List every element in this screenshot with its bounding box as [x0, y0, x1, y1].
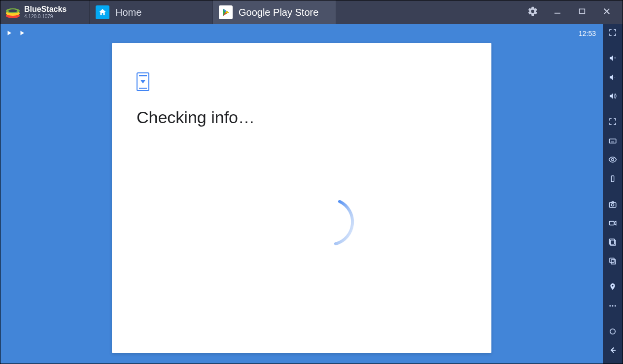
- play-triangle-icon: [6, 30, 12, 37]
- rotate-device-button[interactable]: [605, 172, 621, 187]
- svg-rect-25: [609, 221, 614, 225]
- gallery-icon: [608, 238, 617, 249]
- gear-icon: [527, 6, 538, 19]
- android-status-bar: 12:53: [0, 24, 603, 43]
- eye-button[interactable]: [605, 153, 621, 168]
- copy-icon: [608, 257, 617, 267]
- svg-rect-9: [580, 9, 585, 13]
- screenshot-button[interactable]: [605, 198, 621, 213]
- window-controls: [522, 0, 623, 24]
- svg-point-33: [610, 329, 616, 334]
- play-store-icon: [219, 5, 233, 19]
- install-device-icon: [137, 72, 149, 91]
- expand-button[interactable]: [605, 115, 621, 131]
- maximize-button[interactable]: [571, 0, 593, 24]
- camera-icon: [608, 200, 617, 211]
- video-icon: [608, 219, 617, 230]
- svg-rect-29: [610, 258, 614, 263]
- svg-point-32: [615, 305, 616, 306]
- android-back-button[interactable]: [605, 344, 621, 359]
- svg-text:+: +: [614, 56, 616, 61]
- right-sidebar: + -: [603, 24, 623, 364]
- expand-icon: [608, 117, 617, 128]
- tab-google-play-store[interactable]: Google Play Store: [212, 0, 336, 24]
- gallery-button[interactable]: [605, 235, 621, 251]
- volume-up-button[interactable]: +: [605, 52, 621, 67]
- svg-point-3: [8, 9, 17, 12]
- brand: BlueStacks 4.120.0.1079: [0, 0, 89, 24]
- house-icon: [96, 5, 109, 19]
- svg-marker-12: [8, 31, 12, 35]
- tab-label: Google Play Store: [239, 7, 318, 18]
- svg-text:-: -: [614, 73, 616, 79]
- eye-icon: [608, 155, 617, 166]
- status-clock: 12:53: [579, 30, 596, 37]
- svg-point-21: [612, 159, 614, 161]
- brand-text: BlueStacks 4.120.0.1079: [24, 5, 67, 19]
- svg-point-24: [611, 203, 614, 206]
- minimize-icon: [553, 7, 562, 18]
- volume-mute-button[interactable]: [605, 90, 621, 105]
- card-title: Checking info…: [137, 108, 467, 127]
- titlebar: BlueStacks 4.120.0.1079 Home Google Play…: [0, 0, 623, 24]
- volume-down-icon: -: [608, 73, 617, 84]
- volume-down-button[interactable]: -: [605, 70, 621, 86]
- bluestacks-logo-icon: [4, 4, 21, 21]
- volume-mute-icon: [608, 92, 617, 102]
- app-window: BlueStacks 4.120.0.1079 Home Google Play…: [0, 0, 623, 364]
- volume-up-icon: +: [608, 54, 617, 65]
- titlebar-spacer: [336, 0, 522, 24]
- fullscreen-toggle-button[interactable]: [605, 26, 621, 41]
- app-version: 4.120.0.1079: [24, 14, 67, 19]
- svg-marker-13: [21, 31, 25, 35]
- svg-rect-22: [611, 176, 614, 182]
- rotate-device-icon: [609, 174, 617, 185]
- close-icon: [602, 7, 611, 18]
- android-back-icon: [608, 346, 617, 357]
- status-notification-icons: [6, 30, 25, 37]
- android-home-button[interactable]: [605, 325, 621, 340]
- maximize-icon: [578, 7, 586, 17]
- stage: Checking info…: [0, 43, 603, 364]
- close-button[interactable]: [596, 0, 618, 24]
- loading-spinner-icon: [305, 196, 359, 250]
- checking-info-card: Checking info…: [112, 43, 491, 353]
- svg-point-31: [612, 305, 614, 306]
- svg-rect-28: [611, 260, 616, 264]
- body: 12:53 Checking info…: [0, 24, 623, 364]
- keyboard-icon: [608, 136, 617, 147]
- tab-home[interactable]: Home: [89, 0, 212, 24]
- minimize-button[interactable]: [547, 0, 568, 24]
- android-home-icon: [608, 327, 617, 338]
- keyboard-button[interactable]: [605, 134, 621, 149]
- record-button[interactable]: [605, 217, 621, 232]
- more-horizontal-icon: [608, 301, 617, 312]
- copy-button[interactable]: [605, 255, 621, 270]
- svg-rect-16: [609, 139, 616, 143]
- play-triangle-icon: [19, 30, 25, 37]
- app-name: BlueStacks: [24, 5, 67, 13]
- more-button[interactable]: [605, 299, 621, 314]
- location-pin-icon: [609, 282, 617, 293]
- android-screen: 12:53 Checking info…: [0, 24, 603, 364]
- tab-label: Home: [115, 7, 141, 18]
- fullscreen-toggle-icon: [608, 28, 617, 39]
- location-button[interactable]: [605, 280, 621, 296]
- settings-button[interactable]: [522, 0, 544, 24]
- svg-point-30: [609, 305, 611, 306]
